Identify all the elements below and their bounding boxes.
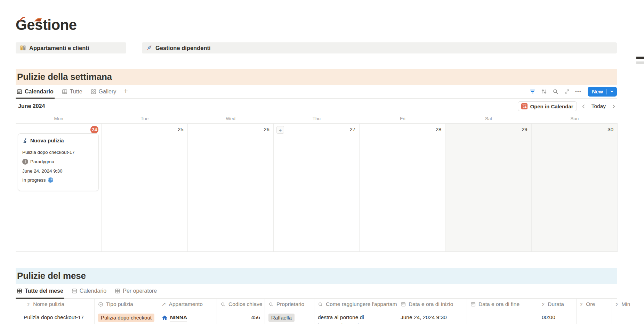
event-card[interactable]: Nuova pulizia Pulizia dopo checkout-17 P… — [18, 133, 99, 191]
column-header-data-inizio[interactable]: Data e ora di inizio — [397, 299, 467, 310]
tab-per-operatore[interactable]: Per operatore — [114, 284, 158, 298]
gallery-view-icon — [91, 89, 96, 94]
calendar-day-names: Mon Tue Wed Thu Fri Sat Sun — [16, 114, 618, 123]
link-label: Appartamenti e clienti — [29, 45, 89, 51]
day-name: Wed — [188, 114, 274, 123]
cell-durata[interactable]: 00:00 — [538, 310, 577, 324]
tab-label: Tutte — [70, 89, 82, 95]
event-assignee: Paradygma — [30, 159, 54, 164]
column-label: Min — [621, 301, 630, 307]
more-options-icon[interactable]: ••• — [575, 89, 581, 94]
date-property-icon — [470, 302, 476, 307]
cell-appartamento[interactable]: NINNA — [158, 310, 217, 324]
column-label: Data e ora di inizio — [409, 301, 453, 307]
event-status: In progress — [22, 177, 46, 183]
cell-proprietario[interactable]: Raffaella — [265, 310, 314, 324]
next-week-chevron-icon[interactable] — [610, 103, 617, 110]
table-view-icon — [115, 288, 120, 294]
sort-icon[interactable] — [541, 88, 548, 95]
tab-calendario-mese[interactable]: Calendario — [71, 284, 107, 298]
column-label: Nome pulizia — [33, 301, 64, 307]
proprietario-tag[interactable]: Raffaella — [268, 314, 295, 322]
expand-icon[interactable] — [564, 88, 571, 95]
column-header-ore[interactable]: Σ Ore — [577, 299, 612, 310]
new-dropdown-chevron-icon[interactable] — [607, 90, 617, 93]
day-name: Tue — [102, 114, 187, 123]
rollup-magnifier-icon — [220, 302, 226, 307]
page-emoji-icon-cutoff[interactable] — [17, 17, 42, 22]
relation-arrow-icon: ↗ — [162, 301, 166, 307]
date-number: 27 — [349, 126, 355, 132]
column-header-come-raggiungere[interactable]: Come raggiungere l'appartame... — [314, 299, 397, 310]
new-button-label[interactable]: New — [588, 89, 606, 95]
day-cell-tue-25[interactable]: 25 — [102, 124, 187, 251]
cell-come-raggiungere[interactable]: destra al portone di ingresso, terzo pia… — [314, 310, 397, 324]
column-header-appartamento[interactable]: ↗ Appartamento — [158, 299, 217, 310]
formula-sigma-icon: Σ — [542, 301, 545, 307]
cell-min[interactable] — [612, 310, 644, 324]
formula-sigma-icon: Σ — [580, 301, 583, 307]
day-cell-fri-28[interactable]: 28 — [360, 124, 445, 251]
month-section-title: Pulizie del mese — [17, 271, 86, 281]
cell-ore[interactable] — [577, 310, 612, 324]
cell-data-inizio[interactable]: June 24, 2024 9:30 — [397, 310, 467, 324]
cell-nome-pulizia[interactable]: Pulizia dopo checkout-17 — [16, 310, 95, 324]
column-label: Durata — [548, 301, 564, 307]
status-ball-icon — [48, 177, 53, 183]
cell-tipo-pulizia[interactable]: Pulizia dopo checkout — [95, 310, 158, 324]
day-name: Fri — [360, 114, 445, 123]
column-header-proprietario[interactable]: Proprietario — [265, 299, 314, 310]
rocket-icon — [146, 45, 152, 51]
today-button[interactable]: Today — [591, 103, 606, 109]
link-gestione-dipendenti[interactable]: Gestione dipendenti — [142, 42, 617, 53]
prev-week-chevron-icon[interactable] — [580, 103, 587, 110]
link-appartamenti-e-clienti[interactable]: Appartamenti e clienti — [16, 42, 126, 53]
column-header-durata[interactable]: Σ Durata — [538, 299, 577, 310]
tab-calendario[interactable]: Calendario — [16, 85, 55, 98]
appartamento-relation-link[interactable]: NINNA — [162, 314, 187, 322]
date-number: 29 — [522, 126, 528, 132]
event-title: Nuova pulizia — [30, 138, 64, 143]
house-icon — [162, 315, 168, 321]
cell-codice-chiave[interactable]: 456 — [217, 310, 265, 324]
cell-data-fine[interactable] — [467, 310, 538, 324]
new-button[interactable]: New — [588, 87, 617, 97]
table-row[interactable]: Pulizia dopo checkout-17 Pulizia dopo ch… — [16, 310, 644, 324]
filter-icon[interactable] — [529, 88, 536, 95]
rollup-magnifier-icon — [268, 302, 274, 307]
formula-sigma-icon: Σ — [615, 301, 619, 307]
formula-sigma-icon: Σ — [27, 301, 30, 307]
tab-gallery[interactable]: Gallery — [90, 85, 118, 98]
tab-tutte[interactable]: Tutte — [61, 85, 83, 98]
day-cell-mon-24[interactable]: 24 Nuova pulizia Pulizia dopo checkout-1… — [16, 124, 102, 251]
column-header-codice-chiave[interactable]: Codice chiave — [217, 299, 265, 310]
notion-calendar-icon: 24 — [521, 103, 528, 109]
notion-page: Gestione Appartamenti e clienti — [0, 17, 644, 324]
day-cell-thu-27[interactable]: + 27 — [274, 124, 360, 251]
open-in-calendar-button[interactable]: 24 Open in Calendar — [518, 101, 577, 111]
day-cell-sat-29[interactable]: 29 — [445, 124, 531, 251]
tipo-pulizia-tag[interactable]: Pulizia dopo checkout — [98, 314, 154, 322]
day-cell-wed-26[interactable]: 26 — [188, 124, 274, 251]
date-property-icon — [401, 302, 406, 307]
column-header-tipo-pulizia[interactable]: Tipo pulizia — [95, 299, 158, 310]
assignee-avatar — [22, 159, 28, 165]
column-header-min[interactable]: Σ Min — [612, 299, 644, 310]
column-header-data-fine[interactable]: Data e ora di fine — [467, 299, 538, 310]
cleanings-table: Σ Nome pulizia Tipo pulizia ↗ Appartamen… — [16, 299, 644, 324]
appartamento-name[interactable]: NINNA — [170, 314, 187, 322]
day-name: Sun — [532, 114, 618, 123]
day-cell-sun-30[interactable]: 30 — [532, 124, 618, 251]
calendar-grid: 24 Nuova pulizia Pulizia dopo checkout-1… — [16, 123, 618, 252]
date-number: 25 — [178, 126, 184, 132]
search-icon[interactable] — [552, 88, 559, 95]
open-in-calendar-label: Open in Calendar — [530, 103, 573, 109]
tab-tutte-del-mese[interactable]: Tutte del mese — [16, 284, 64, 298]
add-view-button[interactable]: + — [123, 87, 128, 96]
edge-artifact-light — [636, 61, 644, 64]
week-view-tabs: Calendario Tutte Gallery + — [16, 85, 617, 99]
select-property-icon — [98, 302, 103, 307]
column-header-nome-pulizia[interactable]: Σ Nome pulizia — [16, 299, 95, 310]
add-event-button[interactable]: + — [276, 126, 284, 134]
tab-label: Per operatore — [123, 288, 157, 294]
